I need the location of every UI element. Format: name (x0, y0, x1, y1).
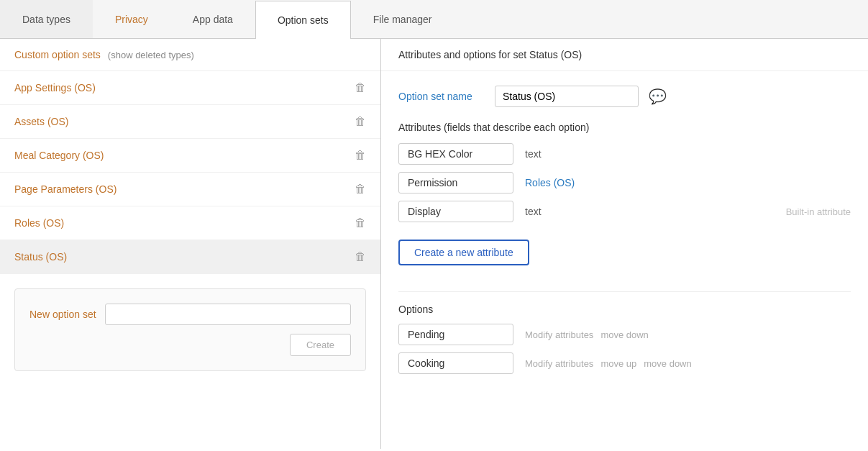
option-action-link[interactable]: move down (600, 329, 648, 340)
item-name: Meal Category (OS) (14, 150, 104, 161)
attribute-name-box[interactable]: BG HEX Color (398, 143, 513, 165)
create-new-attribute-button[interactable]: Create a new attribute (398, 240, 529, 265)
attribute-name-box[interactable]: Permission (398, 172, 513, 193)
custom-option-sets-title: Custom option sets (14, 49, 101, 60)
tab-file-manager[interactable]: File manager (351, 0, 454, 38)
new-option-set-input[interactable] (105, 304, 351, 325)
right-panel-header: Attributes and options for set Status (O… (381, 39, 868, 71)
attributes-section-label: Attributes (fields that describe each op… (398, 122, 851, 133)
left-panel: Custom option sets (show deleted types) … (0, 39, 381, 449)
built-in-label: Built-in attribute (786, 206, 851, 217)
option-action-link[interactable]: move down (644, 358, 691, 369)
list-item[interactable]: App Settings (OS) 🗑 (0, 71, 380, 105)
option-name-box[interactable]: Pending (398, 324, 513, 345)
create-option-set-button[interactable]: Create (290, 334, 351, 356)
tab-data-types[interactable]: Data types (0, 0, 93, 38)
options-section-label: Options (398, 304, 851, 315)
tab-app-data[interactable]: App data (170, 0, 255, 38)
trash-icon[interactable]: 🗑 (355, 217, 366, 229)
list-item[interactable]: Status (OS) 🗑 (0, 240, 380, 274)
options-list: Pending Modify attributesmove down Cooki… (398, 324, 851, 374)
trash-icon[interactable]: 🗑 (355, 115, 366, 128)
option-set-name-input[interactable] (495, 86, 639, 107)
option-set-name-label: Option set name (398, 91, 485, 102)
item-name: Status (OS) (14, 251, 67, 263)
new-option-set-panel: New option set Create (14, 288, 366, 371)
option-sets-list: App Settings (OS) 🗑 Assets (OS) 🗑 Meal C… (0, 71, 380, 274)
attribute-type: text (525, 206, 597, 217)
trash-icon[interactable]: 🗑 (355, 183, 366, 196)
attribute-type: Roles (OS) (525, 177, 597, 188)
attribute-row: Display text Built-in attribute (398, 201, 851, 222)
new-option-set-label: New option set (29, 309, 96, 320)
option-actions: Modify attributesmove down (525, 329, 649, 340)
list-item[interactable]: Roles (OS) 🗑 (0, 206, 380, 240)
right-panel-title: Attributes and options for set Status (O… (398, 49, 582, 60)
item-name: Page Parameters (OS) (14, 183, 117, 195)
option-row: Pending Modify attributesmove down (398, 324, 851, 345)
option-action-link[interactable]: Modify attributes (525, 358, 593, 369)
option-name-box[interactable]: Cooking (398, 352, 513, 374)
trash-icon[interactable]: 🗑 (355, 149, 366, 162)
tab-privacy[interactable]: Privacy (93, 0, 170, 38)
option-set-name-row: Option set name 💬 (398, 86, 851, 107)
section-divider (398, 291, 851, 292)
option-action-link[interactable]: move up (600, 358, 636, 369)
trash-icon[interactable]: 🗑 (355, 250, 366, 263)
main-layout: Custom option sets (show deleted types) … (0, 39, 868, 449)
list-item[interactable]: Page Parameters (OS) 🗑 (0, 173, 380, 206)
tab-bar: Data types Privacy App data Option sets … (0, 0, 868, 39)
tab-option-sets[interactable]: Option sets (255, 1, 351, 39)
left-panel-header: Custom option sets (show deleted types) (0, 39, 380, 71)
attribute-row: BG HEX Color text (398, 143, 851, 165)
option-actions: Modify attributesmove upmove down (525, 358, 692, 369)
right-panel: Attributes and options for set Status (O… (381, 39, 868, 449)
trash-icon[interactable]: 🗑 (355, 81, 366, 94)
item-name: App Settings (OS) (14, 82, 96, 94)
comment-icon[interactable]: 💬 (649, 88, 667, 105)
right-panel-content: Option set name 💬 Attributes (fields tha… (381, 71, 868, 396)
option-row: Cooking Modify attributesmove upmove dow… (398, 352, 851, 374)
list-item[interactable]: Assets (OS) 🗑 (0, 105, 380, 139)
attribute-name-box[interactable]: Display (398, 201, 513, 222)
attribute-row: Permission Roles (OS) (398, 172, 851, 193)
attribute-type: text (525, 148, 597, 160)
list-item[interactable]: Meal Category (OS) 🗑 (0, 139, 380, 173)
item-name: Roles (OS) (14, 217, 64, 229)
option-action-link[interactable]: Modify attributes (525, 329, 593, 340)
show-deleted-link[interactable]: (show deleted types) (108, 50, 194, 60)
item-name: Assets (OS) (14, 116, 68, 127)
attributes-list: BG HEX Color text Permission Roles (OS) … (398, 143, 851, 222)
